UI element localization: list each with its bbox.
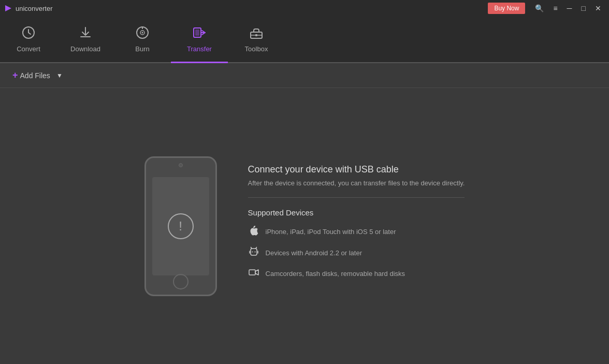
camcorder-icon	[248, 268, 259, 280]
transfer-icon	[192, 25, 207, 42]
nav-item-transfer[interactable]: Transfer	[171, 17, 228, 63]
device-item-android: Devices with Android 2.2 or later	[248, 246, 465, 259]
connect-subtitle: After the device is connected, you can t…	[248, 179, 465, 187]
maximize-button[interactable]: □	[578, 3, 589, 13]
toolbox-icon	[249, 25, 264, 42]
phone-screen: !	[152, 177, 209, 275]
burn-label: Burn	[135, 45, 149, 53]
app-logo-icon	[4, 4, 12, 12]
phone-camera	[179, 163, 183, 167]
navbar: Convert Download Burn	[0, 17, 609, 63]
add-files-button[interactable]: + Add Files	[8, 68, 54, 83]
svg-point-4	[142, 32, 143, 34]
search-button[interactable]: 🔍	[531, 3, 547, 13]
phone-graphic: !	[144, 156, 217, 296]
main-content: ! Connect your device with USB cable Aft…	[0, 88, 609, 364]
maximize-icon: □	[582, 4, 586, 12]
download-icon	[78, 25, 93, 42]
apple-device-text: iPhone, iPad, iPod Touch with iOS 5 or l…	[266, 228, 396, 236]
plus-icon: +	[12, 70, 18, 81]
svg-rect-7	[195, 30, 199, 36]
buy-now-button[interactable]: Buy Now	[488, 3, 525, 14]
nav-item-download[interactable]: Download	[57, 17, 114, 63]
toolbar: + Add Files ▼	[0, 63, 609, 88]
menu-icon: ≡	[553, 4, 557, 12]
nav-item-convert[interactable]: Convert	[0, 17, 57, 63]
transfer-label: Transfer	[187, 45, 212, 53]
supported-devices-title: Supported Devices	[248, 208, 465, 217]
svg-marker-0	[5, 5, 11, 11]
svg-rect-13	[249, 270, 255, 275]
convert-label: Convert	[17, 45, 40, 53]
phone-exclamation-icon: !	[168, 213, 194, 239]
exclamation-text: !	[179, 219, 182, 234]
svg-rect-10	[255, 34, 257, 36]
android-icon	[248, 246, 259, 259]
apple-icon	[248, 225, 259, 238]
device-item-apple: iPhone, iPad, iPod Touch with iOS 5 or l…	[248, 225, 465, 238]
close-icon: ✕	[595, 4, 601, 12]
camcorder-device-text: Camcorders, flash disks, removable hard …	[266, 270, 405, 278]
download-label: Download	[70, 45, 100, 53]
android-device-text: Devices with Android 2.2 or later	[266, 249, 362, 257]
menu-button[interactable]: ≡	[549, 3, 561, 13]
app-name: uniconverter	[16, 5, 53, 12]
title-bar: uniconverter Buy Now 🔍 ≡ ─ □ ✕	[0, 0, 609, 17]
divider	[248, 197, 465, 198]
nav-item-burn[interactable]: Burn	[114, 17, 171, 63]
add-files-dropdown-button[interactable]: ▼	[54, 70, 65, 81]
convert-icon	[21, 25, 36, 42]
minimize-icon: ─	[567, 4, 572, 12]
connect-title: Connect your device with USB cable	[248, 164, 465, 175]
burn-icon	[135, 25, 150, 42]
dropdown-chevron-icon: ▼	[56, 72, 63, 79]
search-icon: 🔍	[535, 4, 544, 12]
close-button[interactable]: ✕	[591, 3, 605, 13]
nav-item-toolbox[interactable]: Toolbox	[228, 17, 285, 63]
phone-home-button	[173, 274, 189, 289]
svg-point-12	[254, 252, 255, 253]
add-files-label: Add Files	[20, 71, 50, 80]
device-item-camcorder: Camcorders, flash disks, removable hard …	[248, 268, 465, 280]
titlebar-left: uniconverter	[4, 4, 53, 12]
svg-point-11	[252, 252, 253, 253]
content-area: ! Connect your device with USB cable Aft…	[144, 156, 465, 296]
info-panel: Connect your device with USB cable After…	[248, 164, 465, 288]
toolbox-label: Toolbox	[245, 45, 268, 53]
minimize-button[interactable]: ─	[563, 3, 576, 13]
titlebar-right: Buy Now 🔍 ≡ ─ □ ✕	[488, 3, 605, 14]
